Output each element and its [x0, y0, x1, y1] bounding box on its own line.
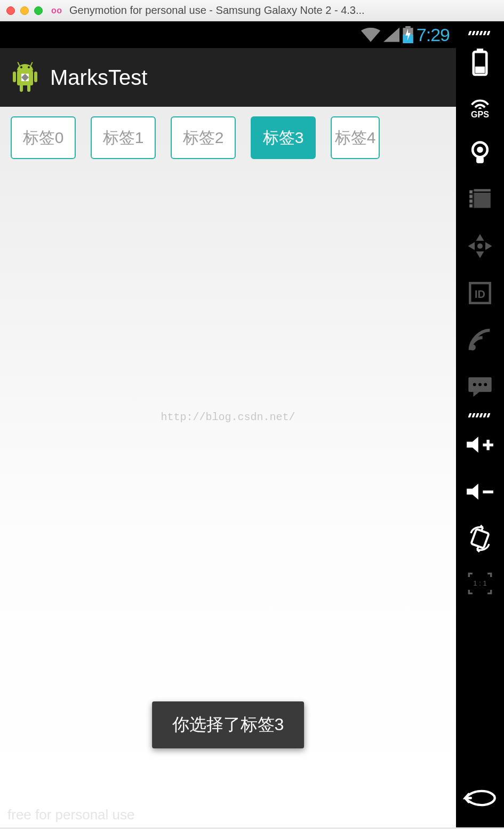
- volume-down-button[interactable]: [456, 469, 504, 515]
- emulator-body: 7:29 MarksTest: [0, 21, 504, 827]
- svg-rect-22: [469, 191, 473, 194]
- window-close-button[interactable]: [6, 6, 15, 15]
- tab-3[interactable]: 标签3: [251, 116, 316, 159]
- dpad-button[interactable]: [456, 223, 504, 269]
- toast-message: 你选择了标签3: [152, 701, 305, 748]
- wifi-icon: [361, 27, 380, 42]
- emulator-sidebar: GPS: [456, 21, 504, 827]
- aspect-ratio-button[interactable]: 1 : 1: [456, 563, 504, 604]
- svg-rect-4: [13, 72, 16, 82]
- svg-rect-14: [477, 49, 483, 52]
- svg-rect-25: [469, 204, 473, 208]
- window-title: Genymotion for personal use - Samsung Ga…: [66, 4, 498, 17]
- svg-rect-36: [483, 491, 493, 493]
- svg-point-10: [20, 66, 22, 68]
- svg-point-31: [473, 383, 476, 386]
- back-button[interactable]: [456, 769, 504, 827]
- svg-rect-6: [20, 84, 23, 92]
- traffic-lights: [6, 6, 43, 15]
- svg-point-29: [469, 344, 476, 351]
- macos-titlebar: o o Genymotion for personal use - Samsun…: [0, 0, 504, 21]
- content-area: 标签0 标签1 标签2 标签3 标签4 http://blog.csdn.net…: [0, 107, 456, 827]
- window-zoom-button[interactable]: [34, 6, 43, 15]
- tabs-row: 标签0 标签1 标签2 标签3 标签4: [0, 107, 456, 159]
- app-title: MarksTest: [50, 66, 147, 90]
- svg-rect-23: [469, 195, 473, 198]
- network-button[interactable]: [456, 317, 504, 363]
- status-clock: 7:29: [417, 25, 450, 45]
- svg-rect-19: [476, 157, 484, 163]
- svg-rect-5: [34, 72, 37, 82]
- screencast-button[interactable]: [456, 176, 504, 222]
- svg-rect-8: [17, 62, 20, 66]
- svg-rect-9: [30, 62, 33, 66]
- svg-point-33: [484, 383, 487, 386]
- volume-up-button[interactable]: [456, 422, 504, 468]
- svg-rect-35: [486, 440, 489, 450]
- sms-button[interactable]: [456, 364, 504, 410]
- window-minimize-button[interactable]: [20, 6, 29, 15]
- gps-label: GPS: [471, 110, 489, 120]
- tab-4[interactable]: 标签4: [331, 116, 380, 159]
- battery-button[interactable]: [456, 40, 504, 85]
- svg-point-18: [477, 147, 483, 153]
- svg-point-32: [478, 383, 482, 386]
- battery-charging-icon: [403, 26, 413, 43]
- rotate-button[interactable]: [456, 516, 504, 562]
- footer-text: free for personal use: [7, 807, 134, 823]
- sidebar-separator-icon: [469, 31, 491, 35]
- android-statusbar[interactable]: 7:29: [0, 21, 456, 48]
- svg-rect-1: [405, 26, 411, 28]
- tab-1[interactable]: 标签1: [91, 116, 156, 159]
- svg-text:ID: ID: [475, 288, 485, 300]
- camera-button[interactable]: [456, 129, 504, 175]
- identifier-button[interactable]: ID: [456, 270, 504, 316]
- gps-button[interactable]: GPS: [456, 86, 504, 128]
- sidebar-separator-icon: [469, 413, 491, 417]
- svg-rect-37: [471, 529, 489, 548]
- tab-0[interactable]: 标签0: [11, 116, 76, 159]
- watermark-text: http://blog.csdn.net/: [0, 411, 456, 423]
- app-icon: [11, 61, 39, 94]
- cell-signal-icon: [383, 27, 399, 42]
- svg-rect-7: [27, 84, 30, 92]
- svg-rect-15: [475, 67, 485, 73]
- app-actionbar: MarksTest: [0, 48, 456, 107]
- genymotion-logo-icon: o o: [51, 6, 61, 15]
- svg-point-26: [477, 243, 483, 249]
- device-screen: 7:29 MarksTest: [0, 21, 456, 827]
- svg-point-16: [478, 107, 482, 109]
- tab-2[interactable]: 标签2: [171, 116, 236, 159]
- svg-rect-24: [469, 200, 473, 203]
- svg-point-11: [28, 66, 30, 68]
- svg-text:1 : 1: 1 : 1: [473, 579, 486, 587]
